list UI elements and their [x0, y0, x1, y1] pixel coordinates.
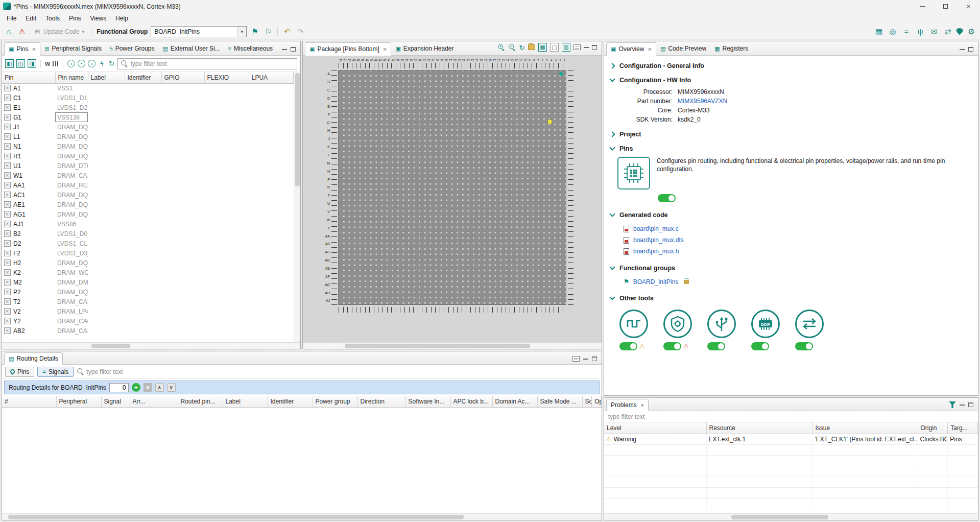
pin-row[interactable]: L1 DRAM_DQ13_B [2, 132, 294, 141]
panel-tab[interactable]: ▤ External User Si... × [158, 42, 224, 55]
pin-checkbox-icon[interactable] [4, 240, 11, 247]
panel-tab[interactable]: ▣ Pins × [4, 42, 40, 56]
flag-icon[interactable]: ⚑ [250, 27, 260, 37]
pin-checkbox-icon[interactable] [4, 211, 11, 218]
sync-icon[interactable]: ⇄ [943, 27, 953, 37]
power-flash-icon[interactable]: ϟ [98, 59, 105, 69]
section-project[interactable]: Project [609, 127, 973, 141]
section-other-tools[interactable]: Other tools [609, 291, 973, 305]
pins-view-icon[interactable]: ◎ [888, 27, 898, 37]
pin-row[interactable]: H2 DRAM_DQS0_T_B [2, 258, 294, 268]
routing-filter-input[interactable] [86, 368, 245, 375]
home-icon[interactable]: ⌂ [4, 27, 14, 37]
clocks-tool-toggle[interactable] [619, 342, 637, 350]
section-general-info[interactable]: Configuration - General Info [609, 59, 973, 73]
problems-filter[interactable] [604, 411, 978, 422]
horizontal-scrollbar[interactable] [2, 342, 300, 349]
section-generated-code[interactable]: Generated code [609, 208, 973, 222]
column-header[interactable]: FLEXIO [204, 72, 249, 83]
panel-tab[interactable]: ▣ Expansion Header × [391, 42, 458, 55]
zoom-in-icon[interactable]: + [497, 43, 505, 51]
column-header[interactable]: Issue [812, 422, 918, 434]
column-header[interactable]: Targ... [948, 422, 978, 434]
settings-gear-icon[interactable]: ⚙ [966, 27, 976, 37]
feedback-mail-icon[interactable]: ✉ [929, 27, 939, 37]
column-header[interactable]: Origin [918, 422, 948, 434]
panel-tab[interactable]: ≡ Miscellaneous × [224, 42, 277, 55]
wave-view-icon[interactable]: W [45, 61, 50, 67]
show-left-column-icon[interactable]: ◧ [5, 59, 14, 68]
section-functional-groups[interactable]: Functional groups [609, 261, 973, 275]
generated-file-link[interactable]: board\pin_mux.dts [633, 236, 684, 244]
column-header[interactable]: Label [223, 396, 268, 407]
maximize-panel-icon[interactable] [592, 357, 597, 361]
column-header[interactable]: Direction [357, 396, 405, 407]
trust-tool-toggle[interactable] [663, 342, 681, 350]
pin-row[interactable]: A1 VSS1 [2, 83, 294, 93]
move-down-icon[interactable]: ∨ [167, 383, 176, 392]
column-header[interactable]: Identifier [268, 396, 313, 407]
functional-group-select[interactable]: BOARD_InitPins ▾ [151, 26, 247, 37]
menu-item[interactable]: Pins [64, 13, 85, 23]
close-tab-icon[interactable]: × [640, 401, 644, 409]
selected-pin-highlight[interactable] [547, 120, 552, 124]
undo-icon[interactable]: ↶ [282, 27, 292, 37]
device-configuration-tool-toggle[interactable] [795, 342, 813, 350]
column-header[interactable]: Open Drai... [592, 396, 602, 407]
column-header[interactable]: Schmitt tri... [582, 396, 592, 407]
column-header[interactable]: Level [604, 422, 706, 434]
column-header[interactable]: Resource [706, 422, 812, 434]
add-routing-icon[interactable]: + [132, 383, 140, 392]
maximize-panel-icon[interactable] [592, 45, 597, 50]
comment-icon[interactable] [572, 356, 580, 362]
pin-checkbox-icon[interactable] [4, 250, 11, 256]
routing-details-tab[interactable]: ▤ Routing Details [4, 352, 63, 365]
pin-checkbox-icon[interactable] [4, 143, 11, 150]
functional-group-link[interactable]: BOARD_InitPins [633, 278, 679, 286]
column-header[interactable]: Identifier [125, 72, 161, 83]
pin-row[interactable]: AC1 DRAM_DQ06_A [2, 190, 294, 200]
package-view[interactable]: 5251504948474645444342414039383736353433… [303, 56, 602, 342]
generated-file-link[interactable]: board\pin_mux.h [633, 248, 679, 255]
pin-row[interactable]: AG1 DRAM_DQ00_A [2, 209, 294, 219]
pin-row[interactable]: D2 LVDS1_CLK_P [2, 239, 294, 248]
minimize-panel-icon[interactable] [584, 46, 589, 48]
minimize-panel-icon[interactable] [960, 404, 965, 406]
pins-mode-button[interactable]: Pins [5, 367, 34, 377]
minimize-panel-icon[interactable] [583, 358, 588, 360]
pin-checkbox-icon[interactable] [4, 192, 11, 198]
pin-checkbox-icon[interactable] [4, 133, 11, 140]
column-header[interactable]: Routed pin... [178, 396, 223, 407]
filter-funnel-icon[interactable] [949, 401, 956, 408]
update-code-button[interactable]: ▤ Update Code ▾ [30, 26, 88, 37]
move-up-icon[interactable]: ∧ [155, 383, 164, 392]
pin-checkbox-icon[interactable] [4, 327, 11, 334]
pin-row[interactable]: M2 DRAM_DMI1_B [2, 277, 294, 287]
pin-row[interactable]: J1 DRAM_DQS0_C_B [2, 122, 294, 132]
pins-tool-toggle[interactable] [658, 194, 676, 202]
column-header[interactable]: Signal [101, 396, 130, 407]
peripherals-tool-toggle[interactable] [707, 342, 725, 350]
pin-row[interactable]: N1 DRAM_DQ15_B [2, 141, 294, 151]
pin-row[interactable]: G1 VSS138 [2, 112, 294, 122]
column-header[interactable]: Pin [2, 72, 55, 83]
show-pin-labels-icon[interactable]: ▦ [538, 43, 547, 52]
routing-count-input[interactable] [109, 383, 129, 392]
panel-tab[interactable]: ▤ Code Preview × [656, 42, 710, 55]
hw-field-value[interactable]: Cortex-M33 [678, 107, 973, 114]
pin-checkbox-icon[interactable] [4, 124, 11, 130]
close-window-button[interactable]: × [957, 0, 980, 13]
highlight-pins-icon[interactable]: ▥ [562, 43, 570, 52]
pin-checkbox-icon[interactable] [4, 318, 11, 324]
panel-tab[interactable]: ϟ Power Groups × [106, 42, 159, 55]
peripherals-tool-icon[interactable] [707, 310, 736, 338]
maximize-window-button[interactable] [934, 0, 957, 13]
pin-checkbox-icon[interactable] [4, 269, 11, 276]
problem-row[interactable]: ⚠Warning EXT.ext_clk.1 'EXT_CLK1' (Pins … [604, 434, 978, 444]
maximize-panel-icon[interactable] [291, 47, 296, 52]
horizontal-scrollbar[interactable] [604, 513, 978, 520]
shield-icon[interactable] [957, 28, 963, 35]
route-left-icon[interactable]: ‹ [67, 60, 75, 67]
panel-tab[interactable]: ▦ Registers × [710, 42, 752, 55]
functional-group-properties-icon[interactable]: ⚐ [263, 27, 273, 37]
